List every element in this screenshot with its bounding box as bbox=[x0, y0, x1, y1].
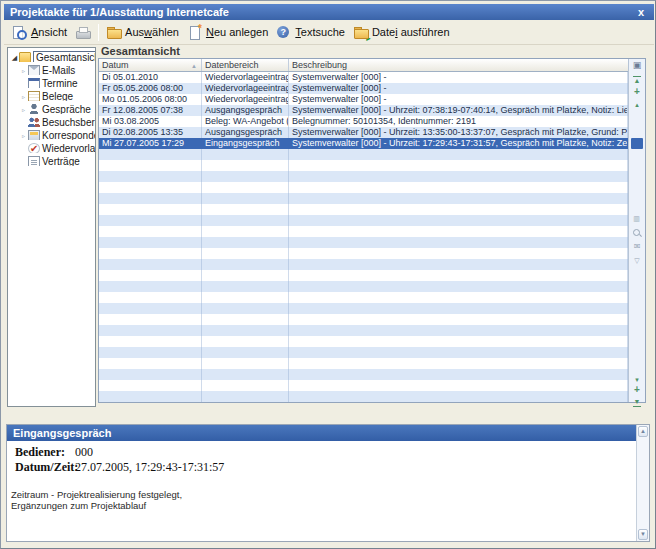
table-cell bbox=[202, 358, 289, 369]
column-header-datenbereich[interactable]: Datenbereich bbox=[202, 59, 289, 71]
table-row-empty[interactable] bbox=[99, 248, 628, 259]
records-grid: Datum ▲ Datenbereich Beschreibung Di 05.… bbox=[98, 58, 646, 403]
table-cell bbox=[202, 215, 289, 226]
table-row-empty[interactable] bbox=[99, 347, 628, 358]
table-row-empty[interactable] bbox=[99, 193, 628, 204]
table-row-empty[interactable] bbox=[99, 182, 628, 193]
table-row-empty[interactable] bbox=[99, 171, 628, 182]
expander-collapsed-icon[interactable]: ▹ bbox=[19, 104, 28, 114]
table-row-empty[interactable] bbox=[99, 215, 628, 226]
view-magnifier-icon bbox=[12, 25, 28, 40]
columns-view-icon[interactable]: ▥ bbox=[629, 214, 645, 224]
table-row-empty[interactable] bbox=[99, 358, 628, 369]
table-row-empty[interactable] bbox=[99, 292, 628, 303]
table-row-empty[interactable] bbox=[99, 259, 628, 270]
table-row-6[interactable]: Di 02.08.2005 13:35AusgangsgesprächSyste… bbox=[99, 127, 628, 138]
table-row-empty[interactable] bbox=[99, 336, 628, 347]
mail-record-icon[interactable]: ✉ bbox=[629, 242, 645, 252]
datei-ausfuehren-button[interactable]: ▸ Datei ausführen bbox=[349, 23, 454, 42]
table-cell bbox=[202, 171, 289, 182]
table-row-empty[interactable] bbox=[99, 380, 628, 391]
table-cell: Systemverwalter [000] - Uhrzeit: 17:29:4… bbox=[289, 138, 628, 149]
person-icon bbox=[28, 104, 40, 114]
table-cell bbox=[99, 270, 202, 281]
scroll-to-bottom-icon[interactable]: ▼ bbox=[629, 397, 645, 407]
table-row-empty[interactable] bbox=[99, 325, 628, 336]
table-row-empty[interactable] bbox=[99, 160, 628, 171]
expander-collapsed-icon[interactable]: ▹ bbox=[19, 65, 28, 75]
table-cell bbox=[99, 303, 202, 314]
table-row-3[interactable]: Mo 01.05.2006 08:00WiedervorlageeintragS… bbox=[99, 94, 628, 105]
table-cell: Wiedervorlageeintrag bbox=[202, 83, 289, 94]
tree-item-gesamtansicht[interactable]: ◢Gesamtansicht bbox=[8, 49, 95, 62]
tree-item-wiedervorlagen[interactable]: Wiedervorlagen bbox=[8, 140, 95, 153]
expander-expanded-icon[interactable]: ◢ bbox=[10, 51, 19, 62]
table-row-4[interactable]: Fr 12.08.2005 07:38AusgangsgesprächSyste… bbox=[99, 105, 628, 116]
scroll-up-icon[interactable]: ▴ bbox=[629, 100, 645, 110]
tree-item-gespr-che[interactable]: ▹Gespräche bbox=[8, 101, 95, 114]
table-row-empty[interactable] bbox=[99, 281, 628, 292]
ansicht-button[interactable]: Ansicht bbox=[8, 23, 71, 42]
expander-collapsed-icon[interactable]: ▹ bbox=[19, 91, 28, 101]
column-header-datum[interactable]: Datum ▲ bbox=[99, 59, 202, 71]
column-header-beschreibung[interactable]: Beschreibung bbox=[289, 59, 628, 71]
table-row-empty[interactable] bbox=[99, 204, 628, 215]
title-bar[interactable]: Projektakte für 1/Ausstattung Internetca… bbox=[4, 4, 654, 20]
filter-icon[interactable]: ▽ bbox=[629, 256, 645, 266]
column-label: Datum bbox=[102, 60, 129, 70]
search-records-icon[interactable] bbox=[629, 228, 645, 238]
toolbar-separator bbox=[98, 24, 99, 41]
table-cell bbox=[289, 248, 628, 259]
field-value: 000 bbox=[75, 445, 93, 459]
print-button[interactable] bbox=[71, 23, 95, 42]
table-row-empty[interactable] bbox=[99, 149, 628, 160]
textsuche-button[interactable]: Textsuche bbox=[272, 23, 349, 42]
table-row-empty[interactable] bbox=[99, 226, 628, 237]
table-row-empty[interactable] bbox=[99, 391, 628, 402]
append-record-icon[interactable]: + bbox=[629, 384, 645, 395]
scroll-thumb[interactable] bbox=[631, 138, 643, 149]
table-cell bbox=[289, 160, 628, 171]
auswaehlen-button[interactable]: Auswählen bbox=[102, 23, 183, 42]
table-cell: Wiedervorlageeintrag bbox=[202, 72, 289, 83]
table-row-empty[interactable] bbox=[99, 270, 628, 281]
detail-scrollbar[interactable]: ▲ ▼ bbox=[636, 425, 649, 541]
table-row-1[interactable]: Di 05.01.2010WiedervorlageeintragSystemv… bbox=[99, 72, 628, 83]
table-cell bbox=[99, 314, 202, 325]
neu-anlegen-button[interactable]: Neu anlegen bbox=[183, 23, 272, 42]
table-cell bbox=[289, 193, 628, 204]
table-cell bbox=[202, 292, 289, 303]
tree-item-belege[interactable]: ▹Belege bbox=[8, 88, 95, 101]
table-cell bbox=[99, 204, 202, 215]
table-row-7[interactable]: Mi 27.07.2005 17:29EingangsgesprächSyste… bbox=[99, 138, 628, 149]
page-title: Gesamtansicht bbox=[101, 45, 180, 58]
scroll-to-top-icon[interactable]: ▲ bbox=[629, 76, 645, 86]
table-cell bbox=[202, 160, 289, 171]
table-row-2[interactable]: Fr 05.05.2006 08:00WiedervorlageeintragS… bbox=[99, 83, 628, 94]
table-row-empty[interactable] bbox=[99, 314, 628, 325]
close-button[interactable]: x bbox=[638, 5, 644, 19]
tree-item-e-mails[interactable]: ▹E-Mails bbox=[8, 62, 95, 75]
table-row-empty[interactable] bbox=[99, 303, 628, 314]
table-row-5[interactable]: Mi 03.08.2005Beleg: WA-Angebot (alle Bel… bbox=[99, 116, 628, 127]
scroll-up-button[interactable]: ▲ bbox=[638, 426, 648, 437]
column-chooser-icon[interactable]: ▣ bbox=[629, 60, 645, 70]
window-title: Projektakte für 1/Ausstattung Internetca… bbox=[10, 5, 229, 19]
scroll-down-button[interactable]: ▼ bbox=[638, 529, 648, 540]
sort-asc-icon: ▲ bbox=[191, 60, 197, 71]
table-cell: Systemverwalter [000] - Uhrzeit: 07:38:1… bbox=[289, 105, 628, 116]
table-cell bbox=[289, 292, 628, 303]
expander-collapsed-icon[interactable]: ▹ bbox=[19, 130, 28, 140]
table-cell bbox=[289, 380, 628, 391]
table-row-empty[interactable] bbox=[99, 369, 628, 380]
column-label: Datenbereich bbox=[205, 60, 259, 70]
tree-item-besuchsberichte[interactable]: Besuchsberichte bbox=[8, 114, 95, 127]
tree-item-vertr-ge[interactable]: Verträge bbox=[8, 153, 95, 166]
insert-record-icon[interactable]: + bbox=[629, 86, 645, 97]
table-cell bbox=[99, 226, 202, 237]
table-cell bbox=[202, 369, 289, 380]
table-row-empty[interactable] bbox=[99, 237, 628, 248]
tree-item-termine[interactable]: Termine bbox=[8, 75, 95, 88]
table-cell: Di 05.01.2010 bbox=[99, 72, 202, 83]
tree-item-korrespondenzen[interactable]: ▹Korrespondenzen bbox=[8, 127, 95, 140]
